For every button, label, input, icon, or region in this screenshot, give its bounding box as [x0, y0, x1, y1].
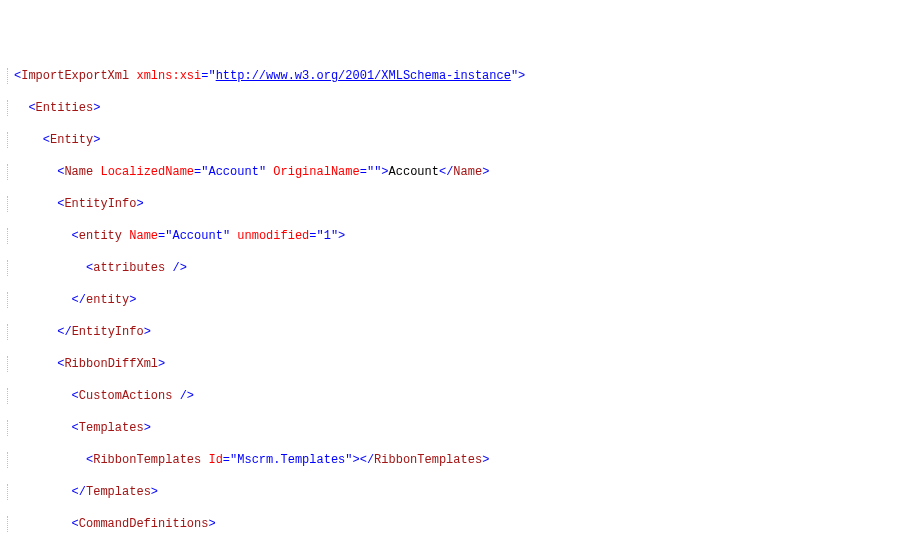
- xml-line: <Entity>: [4, 132, 902, 148]
- xml-line: <attributes />: [4, 260, 902, 276]
- xml-line: <Entities>: [4, 100, 902, 116]
- xml-line: <ImportExportXml xmlns:xsi="http://www.w…: [4, 68, 902, 84]
- xml-line: <CustomActions />: [4, 388, 902, 404]
- tag-entity-lc: entity: [79, 229, 122, 243]
- xmlns-xsi-url: http://www.w3.org/2001/XMLSchema-instanc…: [216, 69, 511, 83]
- xml-line: </EntityInfo>: [4, 324, 902, 340]
- tag-RibbonTemplates: RibbonTemplates: [93, 453, 201, 467]
- xml-line: <RibbonTemplates Id="Mscrm.Templates"></…: [4, 452, 902, 468]
- val-localized: Account: [208, 165, 258, 179]
- tag-RibbonDiffXml: RibbonDiffXml: [64, 357, 158, 371]
- attr-OriginalName: OriginalName: [273, 165, 359, 179]
- xml-line: </entity>: [4, 292, 902, 308]
- xml-line: <Name LocalizedName="Account" OriginalNa…: [4, 164, 902, 180]
- tag-Templates: Templates: [79, 421, 144, 435]
- tag-CustomActions: CustomActions: [79, 389, 173, 403]
- xml-line: <Templates>: [4, 420, 902, 436]
- tag-Entities: Entities: [36, 101, 94, 115]
- tag-attributes: attributes: [93, 261, 165, 275]
- tag-EntityInfo: EntityInfo: [64, 197, 136, 211]
- tag-Name: Name: [64, 165, 93, 179]
- name-text: Account: [389, 165, 439, 179]
- xml-line: <RibbonDiffXml>: [4, 356, 902, 372]
- attr-LocalizedName: LocalizedName: [100, 165, 194, 179]
- tag-Entity: Entity: [50, 133, 93, 147]
- tag-CommandDefinitions: CommandDefinitions: [79, 517, 209, 531]
- tag-ImportExportXml: ImportExportXml: [21, 69, 129, 83]
- xml-line: <EntityInfo>: [4, 196, 902, 212]
- xml-line: <CommandDefinitions>: [4, 516, 902, 532]
- xml-line: <entity Name="Account" unmodified="1">: [4, 228, 902, 244]
- attr-xmlns-xsi: xmlns:xsi: [136, 69, 201, 83]
- xml-line: </Templates>: [4, 484, 902, 500]
